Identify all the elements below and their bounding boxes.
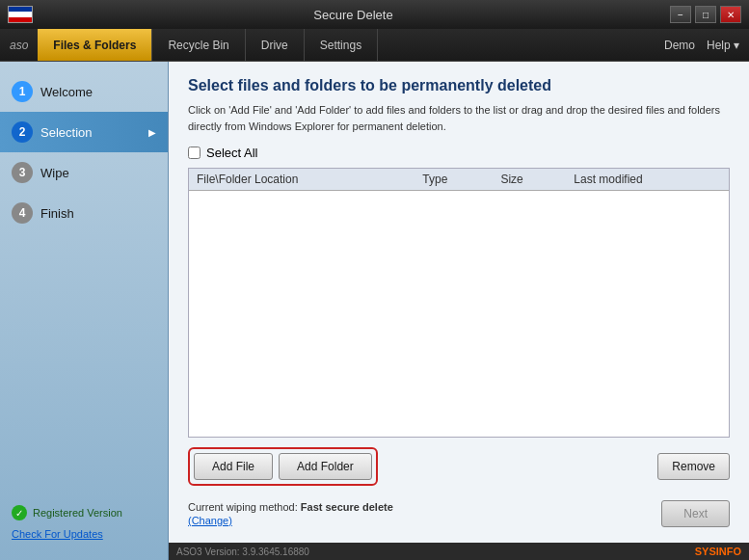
- sidebar-footer: ✓ Registered Version Check For Updates: [0, 495, 168, 550]
- close-button[interactable]: ✕: [720, 6, 741, 23]
- col-modified: Last modified: [566, 169, 729, 191]
- wipe-method-prefix: Current wiping method:: [188, 501, 298, 513]
- registered-info: ✓ Registered Version: [12, 505, 156, 520]
- titlebar-flag: [8, 6, 33, 23]
- titlebar: Secure Delete − □ ✕: [0, 0, 749, 29]
- maximize-button[interactable]: □: [695, 6, 716, 23]
- content-area: Select files and folders to be permanent…: [169, 62, 749, 543]
- select-all-label: Select All: [206, 146, 257, 160]
- sidebar-label-welcome: Welcome: [40, 85, 93, 99]
- sidebar-label-wipe: Wipe: [40, 166, 69, 180]
- chevron-right-icon: ▶: [148, 127, 156, 138]
- menu-right: Demo Help ▾: [664, 39, 749, 52]
- sidebar-item-wipe[interactable]: 3 Wipe: [0, 152, 168, 193]
- sidebar-item-finish[interactable]: 4 Finish: [0, 193, 168, 233]
- main-container: 1 Welcome 2 Selection ▶ 3 Wipe 4 Finish …: [0, 62, 749, 560]
- brand-text: SYSINFO: [695, 546, 741, 557]
- sidebar-item-welcome[interactable]: 1 Welcome: [0, 71, 168, 112]
- help-menu[interactable]: Help ▾: [707, 39, 739, 52]
- registered-label: Registered Version: [33, 507, 122, 519]
- titlebar-controls: − □ ✕: [670, 6, 741, 23]
- version-text: ASO3 Version: 3.9.3645.16880: [176, 547, 309, 557]
- version-bar: ASO3 Version: 3.9.3645.16880 SYSINFO: [169, 543, 749, 560]
- select-all-row: Select All: [188, 146, 730, 160]
- sidebar-item-selection[interactable]: 2 Selection ▶: [0, 112, 168, 152]
- add-buttons-group: Add File Add Folder: [188, 447, 378, 486]
- step-circle-welcome: 1: [12, 81, 33, 102]
- add-file-button[interactable]: Add File: [194, 453, 273, 480]
- step-circle-selection: 2: [12, 121, 33, 143]
- col-location: File\Folder Location: [189, 169, 415, 191]
- tab-settings[interactable]: Settings: [305, 29, 378, 61]
- content-description: Click on 'Add File' and 'Add Folder' to …: [188, 102, 730, 134]
- action-row: Add File Add Folder Remove: [188, 447, 730, 486]
- col-type: Type: [415, 169, 493, 191]
- titlebar-title: Secure Delete: [37, 8, 670, 22]
- content-wrapper: Select files and folders to be permanent…: [169, 62, 749, 560]
- minimize-button[interactable]: −: [670, 6, 691, 23]
- change-link[interactable]: (Change): [188, 515, 232, 526]
- wipe-method-info: Current wiping method: Fast secure delet…: [188, 493, 393, 527]
- content-title: Select files and folders to be permanent…: [188, 77, 730, 94]
- sidebar-label-selection: Selection: [40, 125, 92, 140]
- menubar: aso Files & Folders Recycle Bin Drive Se…: [0, 29, 749, 62]
- remove-button[interactable]: Remove: [657, 453, 730, 480]
- check-updates-link[interactable]: Check For Updates: [12, 528, 103, 540]
- file-table-container: File\Folder Location Type Size Last modi…: [188, 168, 730, 438]
- next-button[interactable]: Next: [661, 500, 730, 527]
- wipe-method-value: Fast secure delete: [301, 501, 393, 513]
- tab-files-folders[interactable]: Files & Folders: [38, 29, 152, 61]
- logo-area: aso: [0, 29, 38, 61]
- col-size: Size: [493, 169, 566, 191]
- logo-text: aso: [10, 39, 28, 52]
- select-all-checkbox[interactable]: [188, 147, 201, 159]
- file-table: File\Folder Location Type Size Last modi…: [189, 169, 729, 191]
- tab-recycle-bin[interactable]: Recycle Bin: [152, 29, 245, 61]
- sidebar-label-finish: Finish: [40, 206, 74, 221]
- bottom-final: Current wiping method: Fast secure delet…: [188, 493, 730, 527]
- add-folder-button[interactable]: Add Folder: [279, 453, 372, 480]
- sidebar: 1 Welcome 2 Selection ▶ 3 Wipe 4 Finish …: [0, 62, 169, 560]
- step-circle-finish: 4: [12, 202, 33, 224]
- registered-icon: ✓: [12, 505, 27, 520]
- wipe-info-line: Current wiping method: Fast secure delet…: [188, 501, 393, 513]
- tab-drive[interactable]: Drive: [246, 29, 305, 61]
- step-circle-wipe: 3: [12, 162, 33, 183]
- demo-link[interactable]: Demo: [664, 39, 695, 52]
